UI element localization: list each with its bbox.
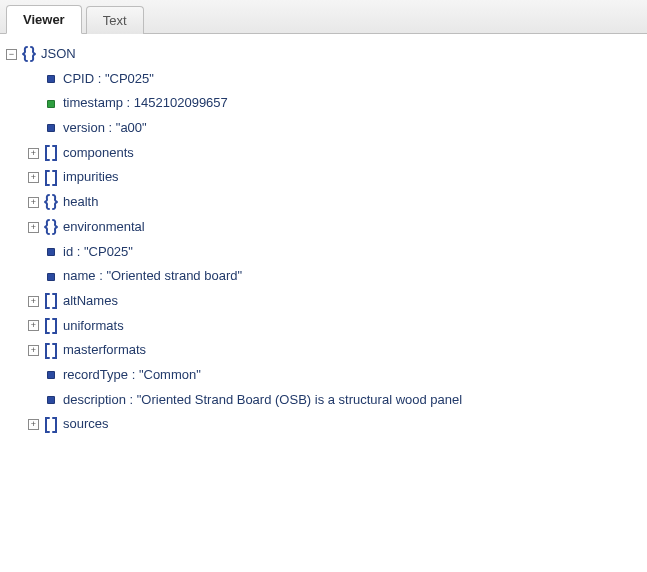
tree-node-id[interactable]: id : "CP025" — [6, 240, 639, 265]
toggle-spacer — [28, 271, 39, 282]
expand-icon[interactable]: + — [28, 148, 39, 159]
tree-node-label: components — [63, 141, 134, 166]
toggle-spacer — [28, 123, 39, 134]
tree-node-label: recordType : "Common" — [63, 363, 201, 388]
string-bullet-icon — [43, 269, 59, 285]
tree-node-sources[interactable]: +sources — [6, 412, 639, 437]
tree-node-components[interactable]: +components — [6, 141, 639, 166]
tree-node-recordType[interactable]: recordType : "Common" — [6, 363, 639, 388]
tab-bar: Viewer Text — [0, 0, 647, 34]
tree-root[interactable]: − JSON — [6, 42, 639, 67]
toggle-spacer — [28, 370, 39, 381]
array-icon — [43, 170, 59, 186]
array-icon — [43, 293, 59, 309]
expand-icon[interactable]: + — [28, 222, 39, 233]
tree-node-label: description : "Oriented Strand Board (OS… — [63, 388, 462, 413]
tree-node-label: uniformats — [63, 314, 124, 339]
number-bullet-icon — [43, 96, 59, 112]
collapse-icon[interactable]: − — [6, 49, 17, 60]
tree-node-label: impurities — [63, 165, 119, 190]
expand-icon[interactable]: + — [28, 296, 39, 307]
array-icon — [43, 343, 59, 359]
tab-text[interactable]: Text — [86, 6, 144, 34]
object-icon — [21, 46, 37, 62]
string-bullet-icon — [43, 392, 59, 408]
tree-node-label: altNames — [63, 289, 118, 314]
json-tree: − JSON CPID : "CP025"timestamp : 1452102… — [0, 34, 647, 445]
tree-node-altNames[interactable]: +altNames — [6, 289, 639, 314]
object-icon — [43, 219, 59, 235]
tree-node-health[interactable]: +health — [6, 190, 639, 215]
tree-node-uniformats[interactable]: +uniformats — [6, 314, 639, 339]
string-bullet-icon — [43, 244, 59, 260]
tree-node-label: version : "a00" — [63, 116, 147, 141]
tab-viewer[interactable]: Viewer — [6, 5, 82, 34]
tree-node-label: sources — [63, 412, 109, 437]
tree-node-label: name : "Oriented strand board" — [63, 264, 242, 289]
tree-node-label: health — [63, 190, 98, 215]
expand-icon[interactable]: + — [28, 419, 39, 430]
expand-icon[interactable]: + — [28, 345, 39, 356]
tree-node-environmental[interactable]: +environmental — [6, 215, 639, 240]
toggle-spacer — [28, 74, 39, 85]
string-bullet-icon — [43, 120, 59, 136]
tree-node-CPID[interactable]: CPID : "CP025" — [6, 67, 639, 92]
tree-node-label: environmental — [63, 215, 145, 240]
tree-node-label: id : "CP025" — [63, 240, 133, 265]
array-icon — [43, 417, 59, 433]
tree-node-name[interactable]: name : "Oriented strand board" — [6, 264, 639, 289]
string-bullet-icon — [43, 367, 59, 383]
tree-node-label: masterformats — [63, 338, 146, 363]
object-icon — [43, 194, 59, 210]
toggle-spacer — [28, 394, 39, 405]
expand-icon[interactable]: + — [28, 197, 39, 208]
toggle-spacer — [28, 246, 39, 257]
tree-node-description[interactable]: description : "Oriented Strand Board (OS… — [6, 388, 639, 413]
tree-node-timestamp[interactable]: timestamp : 1452102099657 — [6, 91, 639, 116]
tree-node-version[interactable]: version : "a00" — [6, 116, 639, 141]
tree-node-impurities[interactable]: +impurities — [6, 165, 639, 190]
tree-root-label: JSON — [41, 42, 76, 67]
tree-node-masterformats[interactable]: +masterformats — [6, 338, 639, 363]
toggle-spacer — [28, 98, 39, 109]
expand-icon[interactable]: + — [28, 172, 39, 183]
string-bullet-icon — [43, 71, 59, 87]
tree-node-label: CPID : "CP025" — [63, 67, 154, 92]
expand-icon[interactable]: + — [28, 320, 39, 331]
array-icon — [43, 318, 59, 334]
tree-node-label: timestamp : 1452102099657 — [63, 91, 228, 116]
array-icon — [43, 145, 59, 161]
